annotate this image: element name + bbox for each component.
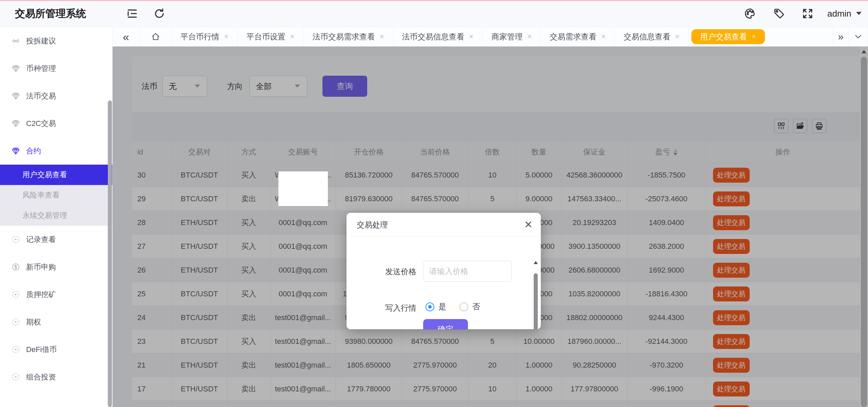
radio-yes[interactable]: 是 <box>426 301 446 312</box>
modal-body: 发送价格 写入行情 是 否 确定 <box>347 237 541 329</box>
tab-close-icon[interactable]: × <box>675 33 679 40</box>
tab-label: 法币交易需求查看 <box>313 32 375 42</box>
tab-close-icon[interactable]: × <box>380 33 384 40</box>
tab-1[interactable]: 平台币行情× <box>172 27 238 46</box>
app-screen: 交易所管理系统 admin 投拆建议币种管理法币交易C2C交易合约用户交易查看风… <box>0 0 868 407</box>
dashed-circle-icon <box>11 235 20 244</box>
home-tab-icon[interactable] <box>140 27 172 46</box>
sidebar-item-label: DeFi借币 <box>26 345 57 355</box>
sidebar-item-10[interactable]: DeFi借币 <box>0 336 112 363</box>
sidebar-submenu: 用户交易查看风险率查看永续交易管理 <box>0 165 112 226</box>
tab-label: 平台币设置 <box>246 32 285 42</box>
confirm-button[interactable]: 确定 <box>423 319 468 329</box>
gem-icon <box>11 146 20 155</box>
user-name: admin <box>827 8 851 19</box>
tab-label: 用户交易查看 <box>700 32 747 42</box>
sidebar-item-label: 币种管理 <box>26 63 56 74</box>
dashed-circle-icon <box>11 317 20 327</box>
sidebar-subitem-3[interactable]: 永续交易管理 <box>0 205 112 226</box>
sidebar-item-4[interactable]: C2C交易 <box>0 110 112 137</box>
sidebar-item-3[interactable]: 法币交易 <box>0 82 112 110</box>
radio-no-label: 否 <box>472 301 480 312</box>
sidebar: 投拆建议币种管理法币交易C2C交易合约用户交易查看风险率查看永续交易管理记录查看… <box>0 27 113 407</box>
tab-4[interactable]: 法币交易信息查看× <box>393 27 483 46</box>
tab-label: 商家管理 <box>491 32 522 42</box>
gem-icon <box>11 91 20 100</box>
tab-label: 平台币行情 <box>180 32 219 42</box>
tab-close-icon[interactable]: × <box>469 33 474 40</box>
user-menu[interactable]: admin <box>827 0 862 27</box>
sidebar-item-7[interactable]: 新币申购 <box>0 253 112 281</box>
radio-no[interactable]: 否 <box>459 301 480 312</box>
gem-icon <box>11 64 20 73</box>
tab-close-icon[interactable]: × <box>601 33 606 40</box>
tab-8[interactable]: 用户交易查看× <box>691 29 765 44</box>
radio-yes-label: 是 <box>438 301 446 312</box>
sidebar-item-5[interactable]: 合约 <box>0 137 112 165</box>
fullscreen-icon[interactable] <box>802 7 814 20</box>
tab-2[interactable]: 平台币设置× <box>238 27 304 46</box>
radio-circle-icon <box>459 302 468 311</box>
tabs-scroll-left-icon[interactable]: « <box>113 27 140 46</box>
sidebar-menu: 投拆建议币种管理法币交易C2C交易合约用户交易查看风险率查看永续交易管理记录查看… <box>0 27 112 391</box>
tab-close-icon[interactable]: × <box>224 33 229 40</box>
sidebar-collapse-icon[interactable] <box>126 7 138 20</box>
palette-icon[interactable] <box>744 7 756 20</box>
sidebar-subitem-label: 风险率查看 <box>22 190 60 200</box>
modal-title: 交易处理 <box>357 213 388 237</box>
scroll-up-icon[interactable] <box>534 261 538 264</box>
sidebar-item-1[interactable]: 投拆建议 <box>0 27 112 55</box>
dashed-circle-icon <box>11 345 20 354</box>
tabs-scroll-right-icon[interactable]: » <box>833 27 848 46</box>
close-icon[interactable]: ✕ <box>524 220 533 230</box>
sidebar-item-9[interactable]: 期权 <box>0 308 112 336</box>
tab-close-icon[interactable]: × <box>527 33 532 40</box>
top-header: 交易所管理系统 admin <box>0 0 868 27</box>
dollar-circle-icon <box>11 262 20 272</box>
modal-scrollbar[interactable] <box>533 262 538 328</box>
dashed-circle-icon <box>11 290 20 299</box>
tab-7[interactable]: 交易信息查看× <box>615 27 689 46</box>
app-title: 交易所管理系统 <box>15 0 86 27</box>
tabbar-spacer <box>768 27 833 46</box>
sidebar-item-8[interactable]: 质押挖矿 <box>0 281 112 308</box>
sidebar-item-label: 记录查看 <box>26 235 56 245</box>
sidebar-item-label: 新币申购 <box>26 262 56 272</box>
sidebar-scrollbar[interactable] <box>108 100 112 407</box>
tab-close-icon[interactable]: × <box>290 33 295 40</box>
sidebar-item-label: 投拆建议 <box>26 36 56 46</box>
sidebar-item-6[interactable]: 记录查看 <box>0 226 112 253</box>
tag-icon[interactable] <box>773 7 785 20</box>
sidebar-item-label: C2C交易 <box>26 118 56 129</box>
write-quote-label: 写入行情 <box>347 303 416 313</box>
caret-down-icon <box>855 11 862 16</box>
refresh-icon[interactable] <box>153 7 165 20</box>
trade-process-modal: 交易处理 ✕ 发送价格 写入行情 是 否 确定 <box>347 213 541 329</box>
progress-line <box>0 0 868 1</box>
tab-label: 交易需求查看 <box>550 32 596 42</box>
tab-5[interactable]: 商家管理× <box>482 27 541 46</box>
tab-close-icon[interactable]: × <box>752 33 756 40</box>
sidebar-item-label: 合约 <box>26 146 41 156</box>
sidebar-item-label: 质押挖矿 <box>26 290 56 300</box>
sidebar-item-label: 法币交易 <box>26 91 56 101</box>
sidebar-item-2[interactable]: 币种管理 <box>0 55 112 82</box>
price-input[interactable] <box>423 261 512 282</box>
tab-6[interactable]: 交易需求查看× <box>541 27 615 46</box>
sidebar-subitem-1[interactable]: 用户交易查看 <box>0 165 112 185</box>
sidebar-item-label: 组合投资 <box>26 372 56 382</box>
sidebar-subitem-2[interactable]: 风险率查看 <box>0 185 112 205</box>
tab-label: 法币交易信息查看 <box>402 32 465 42</box>
sidebar-subitem-label: 永续交易管理 <box>22 210 67 221</box>
gem-icon <box>11 119 20 128</box>
tab-list: 平台币行情×平台币设置×法币交易需求查看×法币交易信息查看×商家管理×交易需求查… <box>172 27 768 46</box>
tab-3[interactable]: 法币交易需求查看× <box>304 27 393 46</box>
dashed-circle-icon <box>11 372 20 382</box>
redaction-box <box>278 171 328 206</box>
sidebar-subitem-label: 用户交易查看 <box>22 170 67 180</box>
sidebar-item-11[interactable]: 组合投资 <box>0 363 112 391</box>
sidebar-item-label: 期权 <box>26 317 41 327</box>
scrollbar-thumb[interactable] <box>534 273 538 329</box>
tabs-menu-icon[interactable] <box>848 27 868 46</box>
price-label: 发送价格 <box>347 266 416 277</box>
